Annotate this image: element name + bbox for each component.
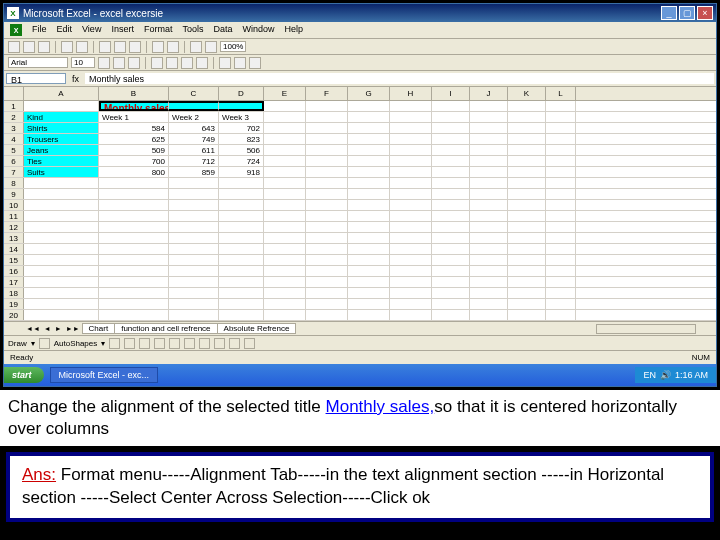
- cell[interactable]: 918: [219, 167, 264, 177]
- cell[interactable]: [264, 134, 306, 144]
- cell[interactable]: [546, 101, 576, 111]
- cell[interactable]: Week 3: [219, 112, 264, 122]
- cell[interactable]: [264, 200, 306, 210]
- cell[interactable]: [264, 123, 306, 133]
- undo-icon[interactable]: [152, 41, 164, 53]
- cell[interactable]: Shirts: [24, 123, 99, 133]
- tab-nav-first-icon[interactable]: ◄◄: [24, 325, 42, 332]
- align-left-icon[interactable]: [151, 57, 163, 69]
- cell[interactable]: [219, 310, 264, 320]
- cell[interactable]: [306, 222, 348, 232]
- cell[interactable]: [508, 145, 546, 155]
- cell[interactable]: [264, 222, 306, 232]
- cell[interactable]: [470, 200, 508, 210]
- cell[interactable]: [390, 233, 432, 243]
- cell[interactable]: 702: [219, 123, 264, 133]
- menu-window[interactable]: Window: [242, 24, 274, 36]
- cell[interactable]: [169, 178, 219, 188]
- cell[interactable]: [24, 244, 99, 254]
- tab-nav-next-icon[interactable]: ►: [53, 325, 64, 332]
- cell[interactable]: [24, 255, 99, 265]
- cell[interactable]: [390, 222, 432, 232]
- cell[interactable]: [432, 288, 470, 298]
- chart-icon[interactable]: [205, 41, 217, 53]
- arrow-icon[interactable]: [124, 338, 135, 349]
- new-icon[interactable]: [8, 41, 20, 53]
- cell[interactable]: [470, 288, 508, 298]
- cell[interactable]: [432, 255, 470, 265]
- select-all[interactable]: [4, 87, 24, 100]
- cell[interactable]: [508, 266, 546, 276]
- cell[interactable]: [169, 288, 219, 298]
- cell[interactable]: [546, 310, 576, 320]
- cell[interactable]: [348, 178, 390, 188]
- cell[interactable]: [306, 145, 348, 155]
- cell[interactable]: [169, 211, 219, 221]
- cell[interactable]: [348, 167, 390, 177]
- cell[interactable]: [432, 134, 470, 144]
- col-header[interactable]: K: [508, 87, 546, 100]
- cell[interactable]: [348, 244, 390, 254]
- row-header[interactable]: 8: [4, 178, 24, 188]
- cell[interactable]: [390, 123, 432, 133]
- cell[interactable]: Week 1: [99, 112, 169, 122]
- copy-icon[interactable]: [114, 41, 126, 53]
- cell[interactable]: 509: [99, 145, 169, 155]
- cell[interactable]: [508, 233, 546, 243]
- cell[interactable]: [470, 189, 508, 199]
- cell[interactable]: [432, 112, 470, 122]
- cell[interactable]: [432, 101, 470, 111]
- cell[interactable]: 643: [169, 123, 219, 133]
- col-header[interactable]: J: [470, 87, 508, 100]
- row-header[interactable]: 15: [4, 255, 24, 265]
- col-header[interactable]: E: [264, 87, 306, 100]
- col-header[interactable]: F: [306, 87, 348, 100]
- open-icon[interactable]: [23, 41, 35, 53]
- cell[interactable]: [508, 112, 546, 122]
- preview-icon[interactable]: [76, 41, 88, 53]
- font-box[interactable]: Arial: [8, 57, 68, 68]
- cell[interactable]: [99, 189, 169, 199]
- paste-icon[interactable]: [129, 41, 141, 53]
- cell[interactable]: [508, 244, 546, 254]
- formula-input[interactable]: Monthly sales: [85, 73, 714, 84]
- cell[interactable]: [24, 101, 99, 111]
- row-header[interactable]: 6: [4, 156, 24, 166]
- bold-icon[interactable]: [98, 57, 110, 69]
- horizontal-scrollbar[interactable]: [596, 324, 696, 334]
- wordart-icon[interactable]: [184, 338, 195, 349]
- cell[interactable]: [546, 222, 576, 232]
- cell[interactable]: [219, 266, 264, 276]
- cell[interactable]: [99, 200, 169, 210]
- cell[interactable]: [546, 244, 576, 254]
- cell[interactable]: [99, 288, 169, 298]
- cell[interactable]: [169, 277, 219, 287]
- cell[interactable]: [432, 189, 470, 199]
- cell[interactable]: [264, 112, 306, 122]
- cell[interactable]: 700: [99, 156, 169, 166]
- cell[interactable]: 584: [99, 123, 169, 133]
- cell[interactable]: [432, 277, 470, 287]
- cell[interactable]: [348, 101, 390, 111]
- name-box[interactable]: B1: [6, 73, 66, 84]
- row-header[interactable]: 19: [4, 299, 24, 309]
- row-header[interactable]: 16: [4, 266, 24, 276]
- cell[interactable]: [470, 299, 508, 309]
- cell[interactable]: [432, 233, 470, 243]
- cell[interactable]: [306, 167, 348, 177]
- cell[interactable]: [264, 189, 306, 199]
- row-header[interactable]: 18: [4, 288, 24, 298]
- cell[interactable]: [306, 211, 348, 221]
- autoshapes-menu[interactable]: AutoShapes: [54, 339, 98, 348]
- row-header[interactable]: 17: [4, 277, 24, 287]
- cell[interactable]: [348, 255, 390, 265]
- cell[interactable]: [264, 288, 306, 298]
- cell[interactable]: [432, 178, 470, 188]
- row-header[interactable]: 4: [4, 134, 24, 144]
- cell[interactable]: [264, 277, 306, 287]
- cell[interactable]: [219, 222, 264, 232]
- sheet-tab[interactable]: function and cell refrence: [114, 323, 217, 334]
- cell[interactable]: [432, 211, 470, 221]
- cell[interactable]: [219, 211, 264, 221]
- cell[interactable]: [264, 255, 306, 265]
